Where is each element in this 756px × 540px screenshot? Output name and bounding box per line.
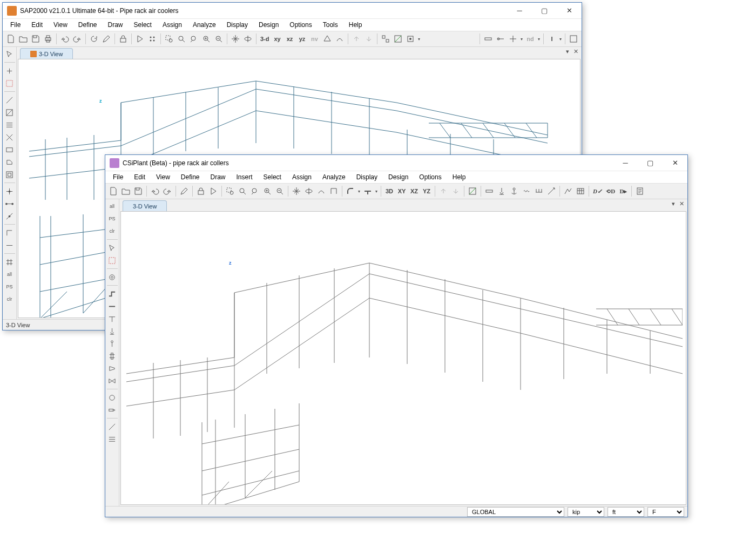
draw-brace-icon[interactable]	[4, 131, 16, 143]
zoom-in-icon[interactable]	[200, 33, 212, 45]
assign-spring-icon[interactable]	[521, 185, 532, 197]
named-display-button[interactable]: nd	[524, 33, 536, 45]
pipe-bend-icon[interactable]	[345, 185, 356, 197]
dropdown-arrow-icon[interactable]: ▾	[357, 189, 361, 194]
open-file-icon[interactable]	[17, 33, 29, 45]
clear-select-button[interactable]: clr	[106, 225, 118, 237]
menu-options[interactable]: Options	[414, 172, 447, 182]
run-analysis-icon[interactable]	[134, 33, 146, 45]
select-all-button[interactable]: all	[106, 200, 118, 212]
show-tables-icon[interactable]	[575, 185, 586, 197]
menu-select[interactable]: Select	[258, 172, 287, 182]
move-up-icon[interactable]	[437, 185, 449, 197]
select-grid-icon[interactable]	[4, 256, 16, 268]
menu-design[interactable]: Design	[383, 172, 414, 182]
minimize-button[interactable]: ─	[613, 155, 638, 171]
save-icon[interactable]	[30, 33, 42, 45]
dropdown-arrow-icon[interactable]: ▾	[417, 37, 421, 42]
menu-file[interactable]: File	[107, 172, 129, 182]
draw-anchor-icon[interactable]	[106, 338, 118, 349]
window-layout-icon[interactable]	[568, 33, 579, 45]
menu-display[interactable]: Display	[221, 20, 253, 30]
menu-display[interactable]: Display	[351, 172, 383, 182]
move-down-icon[interactable]	[363, 33, 375, 45]
menu-insert[interactable]: Insert	[231, 172, 258, 182]
menu-options[interactable]: Options	[284, 20, 317, 30]
select-window-icon[interactable]	[106, 254, 118, 266]
maximize-button[interactable]: ▢	[638, 155, 663, 171]
assign-support-icon[interactable]	[496, 185, 508, 197]
refresh-icon[interactable]	[88, 33, 100, 45]
i-section-button[interactable]: I	[546, 33, 558, 45]
clear-select-button[interactable]: clr	[4, 293, 16, 305]
close-button[interactable]: ✕	[663, 155, 687, 171]
tab-dropdown-icon[interactable]: ▾	[671, 200, 676, 207]
prev-select-button[interactable]: PS	[4, 281, 16, 293]
view-xz-button[interactable]: xz	[284, 33, 296, 45]
coord-system-select[interactable]: GLOBAL	[467, 507, 564, 517]
minimize-button[interactable]: ─	[507, 3, 532, 18]
menu-define[interactable]: Define	[176, 172, 205, 182]
undo-icon[interactable]	[59, 33, 71, 45]
dropdown-arrow-icon[interactable]: ▾	[558, 37, 563, 42]
view-xy-button[interactable]: XY	[396, 185, 408, 197]
menu-design[interactable]: Design	[253, 20, 284, 30]
report-icon[interactable]	[634, 185, 646, 197]
menu-analyze[interactable]: Analyze	[187, 20, 221, 30]
menu-select[interactable]: Select	[129, 20, 157, 30]
reshape-icon[interactable]	[4, 65, 16, 77]
show-model-icon[interactable]	[562, 185, 574, 197]
tab-dropdown-icon[interactable]: ▾	[565, 48, 570, 55]
menu-edit[interactable]: Edit	[26, 20, 48, 30]
menu-analyze[interactable]: Analyze	[317, 172, 351, 182]
element-display-icon[interactable]	[392, 33, 404, 45]
zoom-out-icon[interactable]	[274, 185, 286, 197]
zoom-extents-icon[interactable]	[176, 33, 187, 45]
draw-pipe-icon[interactable]	[106, 271, 118, 283]
force-unit-select[interactable]: kip	[568, 507, 604, 517]
view-3d-button[interactable]: 3D	[383, 185, 395, 197]
options-icon[interactable]	[146, 33, 158, 45]
design-check-icon[interactable]: D✓	[591, 185, 604, 197]
draw-reducer-icon[interactable]	[106, 362, 118, 374]
view-xy-button[interactable]: xy	[272, 33, 284, 45]
pan-icon[interactable]	[291, 185, 302, 197]
assign-area-icon[interactable]	[507, 33, 519, 45]
menu-assign[interactable]: Assign	[157, 20, 187, 30]
view-3d-button[interactable]: 3-d	[259, 33, 271, 45]
snap-point-icon[interactable]	[4, 185, 16, 197]
plant-3d-canvas[interactable]: z	[120, 211, 686, 505]
run-analysis-icon[interactable]	[207, 185, 219, 197]
draw-area-quick-icon[interactable]	[4, 168, 16, 180]
menu-tools[interactable]: Tools	[318, 20, 343, 30]
tab-close-icon[interactable]: ✕	[572, 48, 579, 55]
draw-straight-icon[interactable]	[106, 300, 118, 312]
object-display-icon[interactable]	[380, 33, 392, 45]
dropdown-arrow-icon[interactable]: ▾	[374, 189, 379, 194]
tab-3d-view[interactable]: 3-D View	[20, 48, 73, 59]
rotate-3d-icon[interactable]	[303, 185, 315, 197]
draw-frame-icon[interactable]	[4, 94, 16, 106]
zoom-extents-icon[interactable]	[237, 185, 248, 197]
menu-view[interactable]: View	[48, 20, 73, 30]
assign-temp-icon[interactable]	[545, 185, 557, 197]
move-down-icon[interactable]	[450, 185, 462, 197]
perspective-icon[interactable]	[315, 185, 327, 197]
zoom-window-icon[interactable]	[163, 33, 175, 45]
menu-assign[interactable]: Assign	[287, 172, 317, 182]
pencil-icon[interactable]	[178, 185, 190, 197]
select-window-icon[interactable]	[4, 77, 16, 89]
design-start-icon[interactable]: ⟲D	[604, 185, 617, 197]
redo-icon[interactable]	[161, 185, 173, 197]
walk-through-icon[interactable]	[328, 185, 340, 197]
select-all-button[interactable]: all	[4, 268, 16, 280]
undo-icon[interactable]	[149, 185, 161, 197]
view-yz-button[interactable]: yz	[296, 33, 308, 45]
draw-branch-icon[interactable]	[106, 313, 118, 325]
snap-end-icon[interactable]	[4, 198, 16, 210]
snap-line-icon[interactable]	[4, 239, 16, 251]
temp-unit-select[interactable]: F	[647, 507, 684, 517]
shrink-icon[interactable]	[334, 33, 346, 45]
assign-frame-icon[interactable]	[482, 33, 494, 45]
lock-icon[interactable]	[195, 185, 207, 197]
